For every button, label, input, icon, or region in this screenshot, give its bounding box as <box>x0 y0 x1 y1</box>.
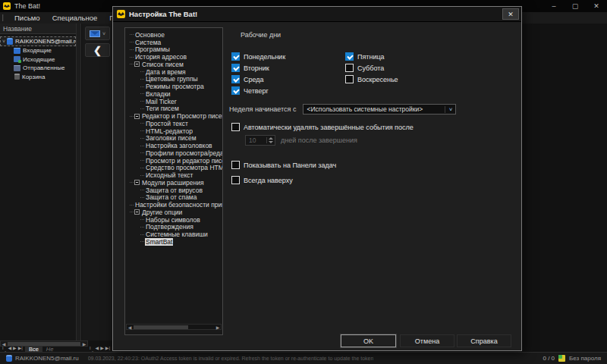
account-row[interactable]: ˅ RAIKKONEN5@mail.ru <box>0 36 76 46</box>
tree-item[interactable]: Теги писем <box>125 105 222 113</box>
bottom-scrollbar[interactable]: ◀ ▶ <box>0 340 88 347</box>
folder-list: Входящие Исходящие Отправленные Корзина <box>0 46 76 81</box>
workday-label: Пятница <box>357 53 385 61</box>
tree-item[interactable]: Исходный текст <box>125 171 222 179</box>
spinner-arrows[interactable] <box>266 137 275 143</box>
folder-panel-scrollbar[interactable] <box>77 24 81 340</box>
scroll-right-icon[interactable]: ▶ <box>81 341 87 347</box>
checkbox-icon[interactable] <box>231 52 240 61</box>
tree-item[interactable]: Наборы символов <box>125 216 222 224</box>
tree-item[interactable]: Модули расширения <box>125 179 222 187</box>
dialog-titlebar[interactable]: Настройка The Bat! ✕ <box>113 7 521 22</box>
auto-delete-checkbox[interactable]: Автоматически удалять завершённые событи… <box>231 123 414 131</box>
tree-item[interactable]: Режимы просмотра <box>125 83 222 90</box>
collapse-minus-icon[interactable] <box>134 209 140 215</box>
collapse-minus-icon[interactable] <box>134 61 140 67</box>
workday-checkbox[interactable]: Пятница <box>345 51 459 62</box>
tree-item[interactable]: Подтверждения <box>125 224 222 231</box>
collapse-minus-icon[interactable] <box>134 114 140 119</box>
spinner-down-icon[interactable] <box>269 141 273 143</box>
tree-item[interactable]: Программы <box>125 46 222 54</box>
workday-checkbox[interactable]: Суббота <box>345 62 459 74</box>
tree-item[interactable]: Средство просмотра HTML <box>125 165 222 172</box>
close-button[interactable]: ✕ <box>586 0 607 12</box>
tree-item[interactable]: Mail Ticker <box>125 98 222 105</box>
tree-item[interactable]: HTML-редактор <box>125 127 222 135</box>
collapse-minus-icon[interactable] <box>134 180 140 185</box>
folder-item[interactable]: Корзина <box>0 73 76 82</box>
tree-scrollbar[interactable]: ◀ ▶ <box>126 324 222 330</box>
new-mail-button[interactable]: ˅ <box>85 27 110 40</box>
tree-item[interactable]: История адресов <box>125 53 222 61</box>
workday-checkbox[interactable]: Воскресенье <box>345 74 459 85</box>
help-button[interactable]: Справка <box>457 334 511 347</box>
tree-item[interactable]: Защита от спама <box>125 194 222 202</box>
minimize-button[interactable]: – <box>543 0 565 12</box>
workday-checkbox[interactable]: Четверг <box>231 85 345 96</box>
folder-item[interactable]: Отправленные <box>0 64 76 73</box>
folder-column-header[interactable]: Название <box>0 24 76 34</box>
tree-item[interactable]: Редактор и Просмотр писем <box>125 112 222 120</box>
scroll-left-icon[interactable]: ◀ <box>1 341 7 347</box>
tree-item[interactable]: Заголовки писем <box>125 135 222 143</box>
tree-scrollbar-thumb[interactable] <box>134 325 188 329</box>
tree-item[interactable]: Список писем <box>125 61 222 68</box>
password-status: Без пароля <box>569 355 601 362</box>
tree-item-label: Системные клавиши <box>145 231 209 238</box>
folder-label: Исходящие <box>23 56 55 63</box>
tree-item-label: Настройка заголовков <box>145 142 213 149</box>
combo-chevron-icon[interactable]: ˅ <box>445 106 455 113</box>
tree-item[interactable]: Цветовые группы <box>125 76 222 83</box>
tree-item-label: Настройки безопасности прикрепле <box>134 201 222 209</box>
checkbox-icon[interactable] <box>231 123 240 131</box>
tree-item[interactable]: Система <box>125 39 222 46</box>
show-taskbar-checkbox[interactable]: Показывать на Панели задач <box>231 161 336 169</box>
checkbox-icon[interactable] <box>231 176 240 184</box>
checkbox-icon[interactable] <box>231 75 240 83</box>
tree-item[interactable]: Основное <box>125 31 222 39</box>
chevron-down-icon[interactable]: ˅ <box>102 31 105 36</box>
days-spinner[interactable]: 10 <box>245 135 275 146</box>
workday-checkbox[interactable]: Среда <box>231 74 345 85</box>
tree-item[interactable]: SmartBat <box>125 238 222 246</box>
tree-item-label: Дата и время <box>145 68 187 76</box>
tree-item-label: Защита от вирусов <box>145 187 203 194</box>
maximize-button[interactable]: ▢ <box>565 0 586 12</box>
trash-icon <box>14 74 20 80</box>
workday-checkbox[interactable]: Вторник <box>231 62 345 74</box>
days-spinner-value[interactable]: 10 <box>246 136 266 144</box>
tree-item[interactable]: Вкладки <box>125 90 222 98</box>
tree-item[interactable]: Настройка заголовков <box>125 142 222 149</box>
workday-checkbox[interactable]: Понедельник <box>231 51 345 62</box>
collapse-panel-button[interactable]: ❮ <box>85 43 110 57</box>
tree-item[interactable]: Настройки безопасности прикрепле <box>125 201 222 209</box>
always-on-top-checkbox[interactable]: Всегда наверху <box>231 176 293 184</box>
scrollbar-thumb[interactable] <box>8 342 80 346</box>
checkbox-icon[interactable] <box>345 52 354 61</box>
dialog-close-button[interactable]: ✕ <box>502 8 519 20</box>
folder-item[interactable]: Входящие <box>0 46 76 55</box>
cancel-button[interactable]: Отмена <box>400 334 454 347</box>
week-start-select[interactable]: <Использовать системные настройки> ˅ <box>303 104 456 115</box>
menu-специальное[interactable]: Специальное <box>46 14 104 22</box>
spinner-up-icon[interactable] <box>269 137 273 140</box>
tree-item[interactable]: Защита от вирусов <box>125 187 222 194</box>
folder-item[interactable]: Исходящие <box>0 55 76 64</box>
account-twisty-icon[interactable]: ˅ <box>2 39 5 44</box>
tree-item[interactable]: Системные клавиши <box>125 231 222 238</box>
tree-item[interactable]: Простой текст <box>125 120 222 127</box>
tree-item[interactable]: Просмотр и редактор писем <box>125 157 222 165</box>
tree-item[interactable]: Дата и время <box>125 68 222 76</box>
tree-item[interactable]: Другие опции <box>125 209 222 216</box>
tree-item[interactable]: Профили просмотра/редактора <box>125 149 222 157</box>
checkbox-icon[interactable] <box>231 64 240 72</box>
checkbox-icon[interactable] <box>345 75 354 83</box>
menu-письмо[interactable]: Письмо <box>8 14 46 22</box>
checkbox-icon[interactable] <box>345 64 354 72</box>
ok-button[interactable]: OK <box>341 334 396 347</box>
scroll-left-icon[interactable]: ◀ <box>127 325 133 330</box>
tree-item-label: Просмотр и редактор писем <box>145 157 222 165</box>
scroll-right-icon[interactable]: ▶ <box>215 325 221 330</box>
checkbox-icon[interactable] <box>231 86 240 95</box>
checkbox-icon[interactable] <box>231 161 240 169</box>
